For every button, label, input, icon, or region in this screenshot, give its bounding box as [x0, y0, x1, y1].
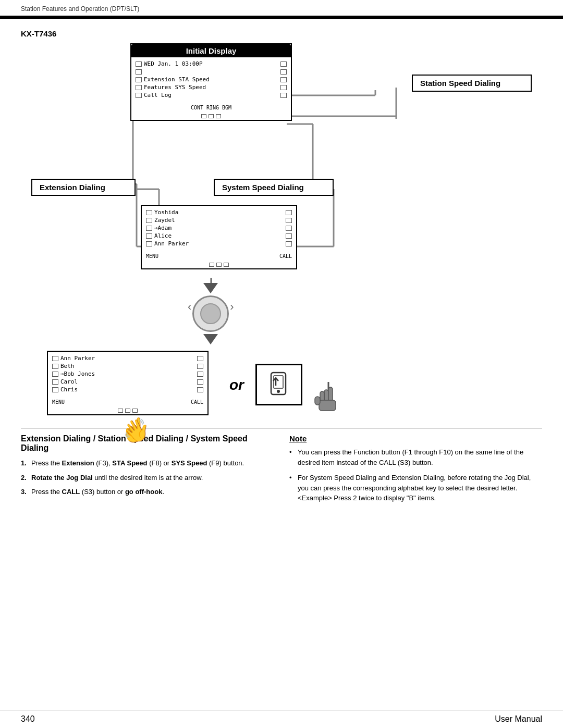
btn-sq-r4 [280, 85, 287, 90]
d2-btn-4 [146, 233, 152, 239]
main-content: KX-T7436 [0, 19, 563, 540]
step-2: 2. Rotate the Jog Dial until the desired… [21, 473, 274, 483]
display-row-4-text: Features SYS Speed [144, 84, 278, 91]
d3-btn-r3 [197, 372, 203, 377]
svg-point-18 [277, 390, 280, 393]
steps-list: 1. Press the Extension (F3), STA Speed (… [21, 458, 274, 497]
d2-softkey-call: CALL [279, 253, 292, 259]
section-divider [21, 428, 542, 429]
d3-btn-5 [52, 387, 58, 392]
page-container: Station Features and Operation (DPT/SLT)… [0, 0, 563, 728]
d3-sq-2 [125, 409, 130, 413]
d3-row-1: Ann Parker [60, 355, 195, 362]
d2-softkey-menu: MENU [146, 253, 158, 259]
display-row-2-text [144, 68, 278, 75]
phone-display-3-content: Ann Parker Beth →Bob Jones [48, 352, 207, 397]
footer: 340 User Manual [0, 710, 563, 728]
phone-display-2-content: Yoshida Zaydel →Adam [142, 206, 296, 251]
phone-display-2: Yoshida Zaydel →Adam [141, 205, 297, 269]
d3-softkey-menu: MENU [52, 399, 65, 405]
btn-sq-3 [136, 77, 142, 82]
d3-sq-3 [132, 409, 138, 413]
note-2: For System Speed Dialing and Extension D… [289, 473, 542, 503]
d2-btn-r2 [286, 218, 292, 223]
hand-pointer: 👋 [123, 417, 150, 443]
note-1: You can press the Function button (F1 th… [289, 447, 542, 467]
d3-btn-1 [52, 356, 58, 361]
d2-sq-3 [224, 263, 229, 267]
display-row-1-text: WED Jan. 1 03:00P [144, 60, 278, 67]
softkey-bgm: BGM [222, 105, 231, 110]
manual-label: User Manual [495, 714, 542, 724]
btn-sq-2 [136, 69, 142, 75]
d3-btn-3 [52, 372, 58, 377]
step-1: 1. Press the Extension (F3), STA Speed (… [21, 458, 274, 468]
d3-btn-r4 [197, 379, 203, 385]
d3-row-5: Chris [60, 386, 195, 393]
softkey-ring: RING [206, 105, 219, 110]
d3-softkey-call: CALL [191, 399, 203, 405]
d3-row-3: →Bob Jones [60, 371, 195, 377]
step-3: 3. Press the CALL (S3) button or go off-… [21, 487, 274, 497]
step-1-num: 1. [21, 458, 27, 468]
svg-rect-24 [319, 400, 336, 411]
header: Station Features and Operation (DPT/SLT) [0, 0, 563, 16]
jog-inner [200, 303, 221, 324]
model-number: KX-T7436 [21, 29, 542, 38]
btn-sq-r2 [280, 69, 287, 75]
display-row-3-text: Extension STA Speed [144, 76, 278, 83]
d2-btn-2 [146, 218, 152, 223]
offhook-icon-box [255, 364, 302, 405]
btn-sq-5 [136, 93, 142, 98]
small-btns-row-top [131, 113, 291, 120]
initial-display-title: Initial Display [131, 44, 291, 57]
initial-display-softkeys: CONT RING BGM [131, 103, 291, 113]
d3-sq-1 [118, 409, 123, 413]
d2-btn-r1 [286, 210, 292, 215]
step-2-num: 2. [21, 473, 27, 483]
d3-btn-4 [52, 379, 58, 385]
display-row-5-text: Call Log [144, 92, 278, 98]
d2-btn-r4 [286, 233, 292, 239]
d3-row-4: Carol [60, 378, 195, 385]
phone-display-3: Ann Parker Beth →Bob Jones [47, 351, 209, 415]
text-section: Extension Dialing / Station Speed Dialin… [21, 434, 542, 509]
d2-row-3: →Adam [154, 225, 284, 231]
btn-sq-r5 [280, 93, 287, 98]
d2-btn-1 [146, 210, 152, 215]
jog-arrow-right-icon: › [230, 300, 234, 314]
label-system-speed-dialing: System Speed Dialing [214, 179, 334, 196]
d2-row-1: Yoshida [154, 209, 284, 216]
d2-row-5: Ann Parker [154, 240, 284, 247]
d3-btn-r1 [197, 356, 203, 361]
d3-row-2: Beth [60, 363, 195, 369]
d3-btn-r5 [197, 387, 203, 392]
d2-row-2: Zaydel [154, 217, 284, 224]
d2-btn-3 [146, 226, 152, 231]
svg-rect-17 [274, 376, 283, 388]
d3-btn-2 [52, 364, 58, 369]
initial-display: Initial Display WED Jan. 1 03:00P [130, 43, 292, 121]
btn-sq-r3 [280, 77, 287, 82]
note-heading: Note [289, 434, 542, 443]
small-sq-1 [201, 114, 206, 118]
page-number: 340 [21, 714, 35, 724]
d2-row-4: Alice [154, 232, 284, 239]
arrow-down-1 [203, 283, 218, 293]
label-extension-dialing: Extension Dialing [31, 179, 136, 196]
d2-btn-5 [146, 241, 152, 246]
jog-dial[interactable] [192, 295, 229, 332]
btn-sq-1 [136, 61, 142, 67]
softkey-cont: CONT [191, 105, 203, 110]
jog-dial-area: ‹ › [188, 283, 234, 344]
diagram-area: Initial Display WED Jan. 1 03:00P [21, 43, 542, 398]
right-column: Note You can press the Function button (… [289, 434, 542, 509]
small-sq-2 [209, 114, 214, 118]
label-station-speed-dialing: Station Speed Dialing [412, 75, 532, 92]
d3-softkeys: MENU CALL [48, 397, 207, 407]
d2-small-btns [142, 261, 296, 268]
btn-sq-4 [136, 85, 142, 90]
notes-list: You can press the Function button (F1 th… [289, 447, 542, 503]
or-text: or [229, 377, 244, 393]
svg-rect-25 [315, 397, 320, 405]
